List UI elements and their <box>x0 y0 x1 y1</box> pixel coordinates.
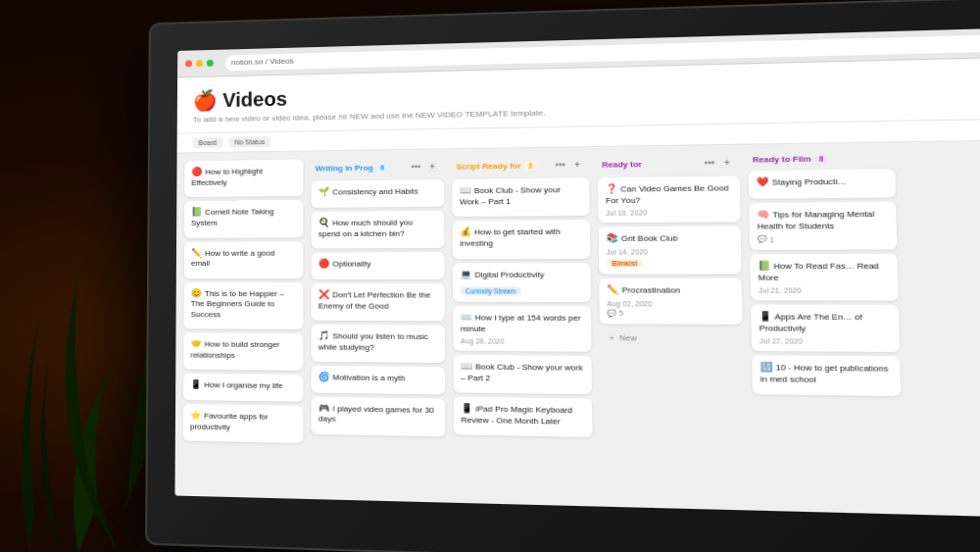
filter-button[interactable]: No Status <box>228 136 270 148</box>
card-typing[interactable]: ⌨️How I type at 154 words per minute Aug… <box>453 306 591 352</box>
column-writing-header: Writing in Prog 6 ••• + <box>312 158 444 177</box>
card-cornell[interactable]: 📗Cornell Note Taking System <box>184 200 303 237</box>
card-fav-apps[interactable]: ⭐Favourite apps for productivity <box>183 404 303 443</box>
monitor-screen: notion.so / Videos 🍎 Videos To add a new… <box>174 27 980 518</box>
card-procrastination[interactable]: ✏️Procrastination Aug 02, 2020 💬5 <box>599 278 742 325</box>
column-readytor-add[interactable]: + <box>719 156 735 171</box>
column-ready-tor-header: Ready tor ••• + <box>598 154 740 175</box>
card-ipad-keyboard[interactable]: 📱iPad Pro Magic Keyboard Review - One Mo… <box>454 397 593 437</box>
column-ready-tor: Ready tor ••• + ❓Can Video Games Be Good… <box>598 154 746 502</box>
column-script: Script Ready for 3 ••• + 📖Book Club - Sh… <box>452 156 593 498</box>
app-content: 🍎 Videos To add a new video or video ide… <box>174 58 980 518</box>
card-grit-book-club[interactable]: 📚Grit Book Club Jul 14, 2020 Blinkist <box>599 226 742 275</box>
column-writing: Writing in Prog 6 ••• + 🌱Consistency and… <box>312 158 446 494</box>
column-writing-add[interactable]: + <box>425 160 440 175</box>
card-mental-health[interactable]: 🧠Tips for Managing Mental Health for Stu… <box>749 202 897 250</box>
card-staying-productive[interactable]: ❤️Staying Producti… <box>749 170 896 199</box>
card-relationships[interactable]: 🤝How to build stronger relationships <box>183 332 303 371</box>
card-apps-productivity[interactable]: 📱Apps Are The En… of Productivity Jul 27… <box>751 305 900 353</box>
card-book-club-2[interactable]: 📖Book Club - Show your work – Part 2 <box>454 355 592 395</box>
browser-min-dot[interactable] <box>196 60 203 67</box>
add-new-button[interactable]: ＋New <box>600 327 743 348</box>
card-publications[interactable]: 🔢10 - How to get publications in med sch… <box>752 356 901 397</box>
column-ready-film-header: Ready to Film 8 <box>748 151 895 167</box>
card-highlight[interactable]: 🔴How to Highlight Effectively <box>184 160 303 198</box>
screen-content: notion.so / Videos 🍎 Videos To add a new… <box>174 27 980 518</box>
column-writing-more[interactable]: ••• <box>409 160 423 174</box>
card-organise[interactable]: 📱How I organise my life <box>183 374 303 402</box>
browser-close-dot[interactable] <box>185 60 192 67</box>
card-perfection[interactable]: ❌Don't Let Perfection Be the Enemy of th… <box>312 283 445 321</box>
card-happier[interactable]: 😊This is to be Happier – The Beginners G… <box>184 282 304 329</box>
card-optionality[interactable]: 🔴Optionality <box>312 252 445 279</box>
column-unlabeled: 🔴How to Highlight Effectively 📗Cornell N… <box>183 160 304 491</box>
board-button[interactable]: Board <box>193 137 223 148</box>
column-script-more[interactable]: ••• <box>553 158 567 173</box>
card-video-games-30[interactable]: 🎮I played video games for 30 days <box>312 396 446 436</box>
card-motivation[interactable]: 🌀Motivation is a myth <box>312 366 446 394</box>
column-ready-film: Ready to Film 8 ❤️Staying Producti… 🧠Tip… <box>748 151 904 505</box>
card-consistency[interactable]: 🌱Consistency and Habits <box>312 179 444 208</box>
column-script-header: Script Ready for 3 ••• + <box>452 156 589 176</box>
card-digital-productivity[interactable]: 💻Digital Productivity Curiosity Stream <box>453 263 591 303</box>
browser-max-dot[interactable] <box>207 60 214 67</box>
card-investing[interactable]: 💰How to get started with investing <box>453 221 591 259</box>
card-email[interactable]: ✏️How to write a good email <box>184 241 304 278</box>
monitor-bezel: notion.so / Videos 🍎 Videos To add a new… <box>145 0 980 552</box>
card-book-club-1[interactable]: 📖Book Club - Show your Work – Part 1 <box>452 178 589 218</box>
board-area: 🔴How to Highlight Effectively 📗Cornell N… <box>174 141 980 518</box>
monitor-frame: notion.so / Videos 🍎 Videos To add a new… <box>145 0 980 552</box>
card-music[interactable]: 🎵Should you listen to music while studyi… <box>312 325 445 363</box>
column-script-add[interactable]: + <box>569 158 584 173</box>
card-kitchen-bin[interactable]: 🍳How much should you spend on a kitchen … <box>312 211 445 249</box>
column-readytor-more[interactable]: ••• <box>702 156 717 171</box>
card-video-games-good[interactable]: ❓Can Video Games Be Good For You? Jul 19… <box>598 176 741 224</box>
card-read-fast[interactable]: 📗How To Read Fas… Read More Jul 21, 2020 <box>750 254 898 301</box>
